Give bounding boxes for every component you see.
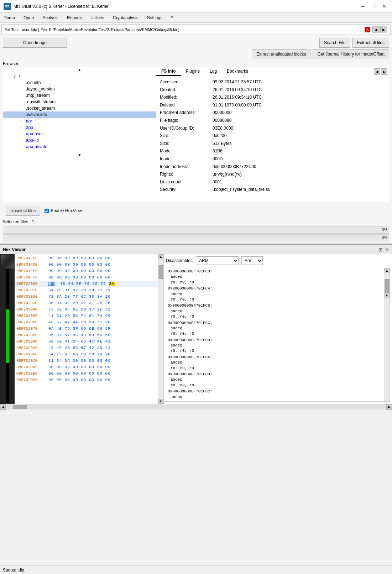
tree-item-npswifi[interactable]: .npswifi_stream: [3, 99, 156, 105]
tab-fs-info[interactable]: FS Info: [156, 67, 181, 76]
hexview-checkbox-label[interactable]: Enable HexView: [45, 208, 82, 213]
tree-item-layout-name: .layout_version: [26, 87, 55, 92]
hex-scroll-right[interactable]: ▲ ▼: [158, 254, 163, 404]
hex-float-button[interactable]: ⊞: [378, 247, 383, 252]
hscroll-track[interactable]: [6, 405, 386, 409]
close-button[interactable]: ✕: [380, 3, 388, 10]
hex-addr-2: 0BF701FE0: [16, 269, 48, 273]
tree-item-app-private-name: app-private: [26, 144, 47, 149]
tab-plugins[interactable]: Plugins: [181, 67, 205, 76]
menu-utilities[interactable]: Utilities: [89, 15, 106, 21]
hscroll-right-btn[interactable]: ▶: [386, 404, 392, 410]
file-tree[interactable]: ∨ / .cid.info .layout_version: [3, 73, 156, 202]
hex-rows-area[interactable]: 0BF701FC0 00 00 00 00 00 00 00 00 0BF701…: [15, 254, 158, 404]
disasm-row-1: 0x00000000BF701FC4: andeq r0, r0, r0: [168, 286, 382, 302]
tab-nav-forward[interactable]: ▶: [381, 68, 387, 75]
nav-back-button[interactable]: ◀: [372, 26, 380, 33]
tree-item-wifiver-name: .wifiver.info: [26, 112, 47, 117]
hex-row-19: 0BF7020F0 00 00 00 00 00 00 00 00: [15, 377, 158, 383]
info-tabs: FS Info Plugins Log Bookmarks ◀ ▶: [156, 67, 389, 76]
disasm-args-5: r0, r0, r0: [168, 366, 382, 371]
deleted-label: Deleted:: [160, 101, 210, 109]
tree-item-mtp[interactable]: .mtp_stream: [3, 92, 156, 99]
info-rights-row: Rights: u(rw)g(rw)o(rw): [160, 171, 385, 178]
hex-row-3: 0BF701FF0 00 00 00 00 00 00 00 00: [15, 274, 158, 281]
unselect-files-button[interactable]: Unselect files: [6, 206, 40, 216]
hex-row-11: 0BF702070 0A 4E 76 5F 69 6E 66 6F: [15, 325, 158, 332]
hex-scroll-down-btn[interactable]: ▼: [158, 399, 163, 404]
tree-item-wifiver[interactable]: .wifiver.info: [3, 111, 156, 118]
hex-row-10: 0BF702060 46 57 49 44 20 30 31 2D: [15, 319, 158, 325]
disasm-type-select[interactable]: ARM: [196, 256, 239, 265]
close-path-button[interactable]: ✕: [365, 27, 370, 32]
tree-item-app-asec[interactable]: app-asec: [3, 131, 156, 137]
hex-addr-0: 0BF701FC0: [16, 256, 48, 260]
extract-all-button[interactable]: Extract all files: [352, 38, 389, 48]
hexview-checkbox[interactable]: [45, 209, 49, 213]
tree-item-socket[interactable]: .socket_stream: [3, 105, 156, 111]
search-file-button[interactable]: Search File: [319, 38, 350, 48]
hex-row-6: 0BF702020 72 3A 20 77 6C 30 3A 20: [15, 293, 158, 300]
hex-bytes-18: 00 00 00 00 00 00 00 00: [48, 371, 156, 376]
modified-label: Modified:: [160, 94, 210, 101]
tree-item-layout[interactable]: .layout_version: [3, 86, 156, 92]
hex-bytes-10: 46 57 49 44 20 30 31 2D: [48, 320, 156, 324]
disasm-scroll-up-btn[interactable]: ▲: [385, 268, 390, 273]
hex-viewer-header: Hex Viewer ⊞ ✕: [0, 244, 392, 254]
minimize-button[interactable]: ─: [359, 3, 367, 10]
hex-bytes-7: 30 31 34 20 32 31 3A 35: [48, 301, 156, 305]
expand-anr-icon[interactable]: ›: [20, 119, 25, 123]
menu-cryptanalysis[interactable]: Cryptanalysis: [111, 15, 140, 21]
menu-dump[interactable]: Dump: [2, 15, 16, 21]
info-mode-row: Mode: 81B6: [160, 147, 385, 155]
info-inode-addr-row: Inode address: 0x00000000B7722C00: [160, 163, 385, 171]
hex-left-panel: 0BF701FC0 00 00 00 00 00 00 00 00 0BF701…: [0, 254, 164, 404]
tree-item-app-lib[interactable]: › app-lib: [3, 137, 156, 144]
disasm-scroll-down-btn[interactable]: ▼: [385, 293, 390, 298]
tab-log[interactable]: Log: [205, 67, 222, 76]
disasm-mode-select[interactable]: Arm: [241, 256, 263, 265]
tab-nav-back[interactable]: ◀: [374, 68, 380, 75]
hex-bytes-15: 64 75 6C 65 20 2D 2D 20: [48, 352, 156, 356]
hex-scroll-up-btn[interactable]: ▲: [158, 254, 163, 259]
hex-row-0: 0BF701FC0 00 00 00 00 00 00 00 00: [15, 255, 158, 261]
hex-row-2: 0BF701FE0 00 00 00 00 00 00 00 00: [15, 268, 158, 274]
tree-item-anr[interactable]: › anr: [3, 118, 156, 124]
menu-reports[interactable]: Reports: [66, 15, 83, 21]
menu-settings[interactable]: Settings: [146, 15, 164, 21]
hex-row-13: 0BF702090 69 50 41 2F 65 4C 4E 41: [15, 338, 158, 345]
sizehex-label: Size:: [160, 132, 210, 140]
menu-help[interactable]: ?: [169, 15, 175, 21]
tree-item-app[interactable]: › app: [3, 124, 156, 131]
menu-analysis[interactable]: Analysis: [41, 15, 60, 21]
hscroll-left-btn[interactable]: ◀: [0, 404, 6, 410]
tree-scroll-down-button[interactable]: ▼: [78, 151, 82, 158]
disasm-row-2: 0x00000000BF701FC8: andeq r0, r0, r0: [168, 303, 382, 319]
info-deleted-row: Deleted: 01.01.1970 00:00:00 UTC: [160, 101, 385, 109]
created-value: 26.01.2016 09:34:10 UTC: [213, 86, 262, 94]
menu-open[interactable]: Open: [22, 15, 35, 21]
hex-addr-1: 0BF701FD0: [16, 262, 48, 267]
extract-unalloc-button[interactable]: Extract unallocated blocks: [252, 49, 310, 59]
browser-area: ▲ ∨ / .cid.info: [3, 67, 389, 202]
disasm-scrollbar[interactable]: ▲ ▼: [384, 268, 390, 401]
hex-viewer-section: Hex Viewer ⊞ ✕ 0BF701FC0: [0, 244, 392, 565]
disasm-addr-3: 0x00000000BF701FCC:: [168, 320, 382, 326]
action-row-1: Open Image Search File Extract all files: [0, 36, 392, 49]
tree-item-app-private[interactable]: app-private: [3, 144, 156, 150]
hex-addr-12: 0BF702080: [16, 333, 48, 337]
expand-app-icon[interactable]: ›: [20, 125, 25, 130]
maximize-button[interactable]: □: [370, 3, 377, 10]
get-journal-button[interactable]: Get Journal History for Inode/Offset: [313, 49, 389, 59]
tab-bookmarks[interactable]: Bookmarks: [222, 67, 253, 76]
info-sizehex-row: Size: 0x0200: [160, 132, 385, 140]
nav-forward-button[interactable]: ▶: [380, 26, 387, 33]
tree-scroll-up-button[interactable]: ▲: [78, 68, 82, 72]
hex-row-16: 0BF7020C0 31 34 0A 00 00 00 00 00: [15, 358, 158, 364]
open-image-button[interactable]: Open Image: [3, 38, 67, 48]
hex-close-button[interactable]: ✕: [385, 247, 389, 252]
tree-item-cid[interactable]: .cid.info: [3, 79, 156, 86]
expand-app-lib-icon[interactable]: ›: [20, 138, 25, 142]
tree-item-root[interactable]: ∨ /: [3, 73, 156, 79]
sizebytes-label: Size:: [160, 140, 210, 148]
